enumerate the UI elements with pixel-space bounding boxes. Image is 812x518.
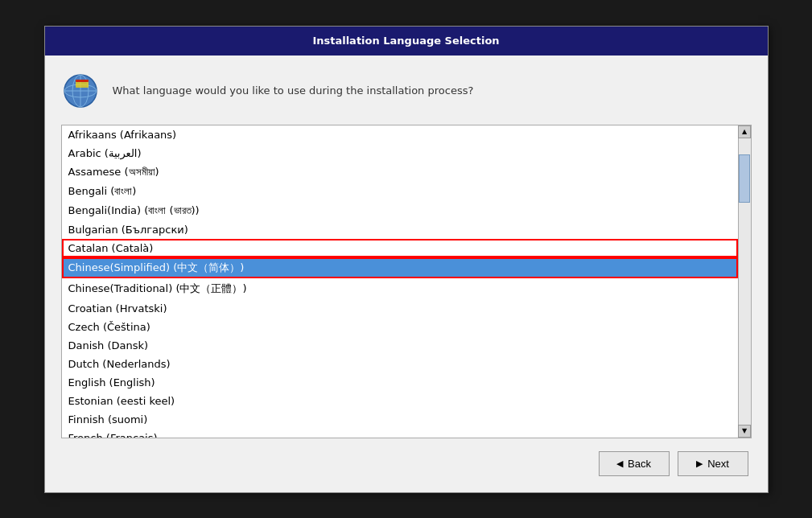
scrollbar-down-button[interactable]: ▼ xyxy=(738,425,751,438)
language-list-item[interactable]: Afrikaans (Afrikaans) xyxy=(62,125,738,144)
svg-rect-6 xyxy=(76,80,89,82)
language-list-container: Afrikaans (Afrikaans)Arabic (العربية)Ass… xyxy=(61,125,752,438)
language-list-item[interactable]: Bengali (বাংলা) xyxy=(62,182,738,201)
scrollbar-up-button[interactable]: ▲ xyxy=(738,125,751,138)
language-list-item[interactable]: Catalan (Català) xyxy=(62,239,738,257)
language-list-item[interactable]: Bengali(India) (বাংলা (ভারত)) xyxy=(62,201,738,220)
language-list-item[interactable]: Assamese (অসমীয়া) xyxy=(62,162,738,182)
next-arrow-icon: ▶ xyxy=(696,458,703,469)
header-text: What language would you like to use duri… xyxy=(113,83,474,99)
language-list-item[interactable]: Bulgarian (Български) xyxy=(62,220,738,239)
language-list-item[interactable]: Estonian (eesti keel) xyxy=(62,392,738,410)
language-list-item[interactable]: Croatian (Hrvatski) xyxy=(62,299,738,318)
back-button-label: Back xyxy=(628,458,651,470)
back-button[interactable]: ◀ Back xyxy=(599,451,670,476)
scrollbar-thumb[interactable] xyxy=(739,154,750,203)
language-list-item[interactable]: Finnish (suomi) xyxy=(62,410,738,429)
title-bar-text: Installation Language Selection xyxy=(53,35,760,47)
back-arrow-icon: ◀ xyxy=(616,458,623,469)
language-list-item[interactable]: French (Français) xyxy=(62,429,738,438)
installer-window: Installation Language Selection What lan… xyxy=(44,26,769,493)
language-list-item[interactable]: English (English) xyxy=(62,373,738,392)
header-section: What language would you like to use duri… xyxy=(61,72,752,110)
language-list-item[interactable]: Chinese(Traditional) (中文（正體）) xyxy=(62,278,738,299)
button-row: ◀ Back ▶ Next xyxy=(61,451,752,476)
language-list-item[interactable]: Arabic (العربية) xyxy=(62,144,738,162)
language-list-item[interactable]: Chinese(Simplified) (中文（简体）) xyxy=(62,257,738,278)
content-area: What language would you like to use duri… xyxy=(45,56,768,492)
next-button-label: Next xyxy=(707,458,729,470)
language-list-item[interactable]: Danish (Dansk) xyxy=(62,336,738,355)
language-list[interactable]: Afrikaans (Afrikaans)Arabic (العربية)Ass… xyxy=(62,125,738,438)
scrollbar-thumb-area xyxy=(739,138,751,425)
globe-icon xyxy=(61,72,100,110)
next-button[interactable]: ▶ Next xyxy=(678,451,748,476)
language-list-item[interactable]: Dutch (Nederlands) xyxy=(62,355,738,373)
scrollbar-track[interactable]: ▲ ▼ xyxy=(738,125,751,438)
title-bar: Installation Language Selection xyxy=(45,27,768,56)
language-list-item[interactable]: Czech (Čeština) xyxy=(62,318,738,336)
